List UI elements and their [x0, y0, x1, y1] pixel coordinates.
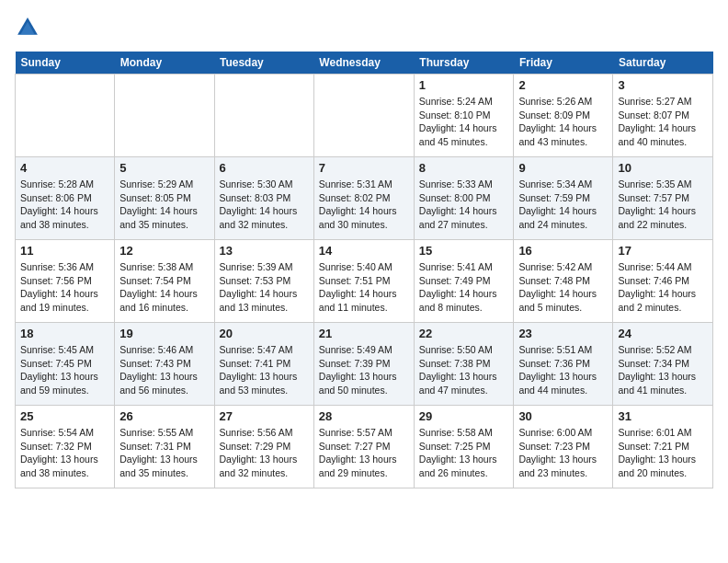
cell-content: Sunrise: 5:55 AM Sunset: 7:31 PM Dayligh…	[119, 426, 209, 480]
day-number: 29	[419, 409, 509, 423]
calendar-cell: 28Sunrise: 5:57 AM Sunset: 7:27 PM Dayli…	[313, 406, 414, 488]
calendar-cell	[313, 75, 414, 157]
header-day-monday: Monday	[115, 52, 214, 75]
calendar-cell: 11Sunrise: 5:36 AM Sunset: 7:56 PM Dayli…	[16, 240, 115, 323]
logo-icon	[15, 15, 40, 40]
cell-content: Sunrise: 5:40 AM Sunset: 7:51 PM Dayligh…	[319, 260, 409, 315]
calendar-cell: 7Sunrise: 5:31 AM Sunset: 8:02 PM Daylig…	[313, 157, 414, 240]
calendar-week-row: 1Sunrise: 5:24 AM Sunset: 8:10 PM Daylig…	[16, 75, 713, 157]
calendar-cell: 14Sunrise: 5:40 AM Sunset: 7:51 PM Dayli…	[313, 240, 414, 323]
header-day-saturday: Saturday	[613, 52, 713, 75]
cell-content: Sunrise: 5:52 AM Sunset: 7:34 PM Dayligh…	[618, 343, 708, 397]
day-number: 19	[119, 327, 209, 340]
calendar-cell	[16, 75, 115, 157]
day-number: 6	[220, 161, 309, 175]
header-day-friday: Friday	[514, 52, 613, 75]
day-number: 2	[518, 78, 608, 92]
calendar-cell: 19Sunrise: 5:46 AM Sunset: 7:43 PM Dayli…	[115, 323, 214, 406]
cell-content: Sunrise: 5:51 AM Sunset: 7:36 PM Dayligh…	[518, 343, 608, 397]
cell-content: Sunrise: 5:30 AM Sunset: 8:03 PM Dayligh…	[220, 178, 309, 232]
cell-content: Sunrise: 5:35 AM Sunset: 7:57 PM Dayligh…	[618, 178, 708, 232]
calendar-cell: 10Sunrise: 5:35 AM Sunset: 7:57 PM Dayli…	[613, 157, 713, 240]
header-day-thursday: Thursday	[414, 52, 514, 75]
cell-content: Sunrise: 5:50 AM Sunset: 7:38 PM Dayligh…	[419, 343, 509, 397]
cell-content: Sunrise: 5:28 AM Sunset: 8:06 PM Dayligh…	[20, 178, 109, 232]
day-number: 27	[220, 409, 309, 423]
header-day-sunday: Sunday	[16, 52, 115, 75]
cell-content: Sunrise: 5:41 AM Sunset: 7:49 PM Dayligh…	[419, 260, 509, 315]
calendar-cell: 21Sunrise: 5:49 AM Sunset: 7:39 PM Dayli…	[313, 323, 414, 406]
cell-content: Sunrise: 5:24 AM Sunset: 8:10 PM Dayligh…	[419, 95, 509, 149]
calendar-cell: 15Sunrise: 5:41 AM Sunset: 7:49 PM Dayli…	[414, 240, 514, 323]
cell-content: Sunrise: 5:58 AM Sunset: 7:25 PM Dayligh…	[419, 426, 509, 480]
day-number: 28	[319, 409, 409, 423]
calendar-cell	[115, 75, 214, 157]
cell-content: Sunrise: 5:31 AM Sunset: 8:02 PM Dayligh…	[319, 178, 409, 232]
calendar-cell: 2Sunrise: 5:26 AM Sunset: 8:09 PM Daylig…	[514, 75, 613, 157]
calendar-cell: 18Sunrise: 5:45 AM Sunset: 7:45 PM Dayli…	[16, 323, 115, 406]
day-number: 5	[119, 161, 209, 175]
calendar-cell: 13Sunrise: 5:39 AM Sunset: 7:53 PM Dayli…	[214, 240, 313, 323]
calendar-cell: 5Sunrise: 5:29 AM Sunset: 8:05 PM Daylig…	[115, 157, 214, 240]
cell-content: Sunrise: 5:27 AM Sunset: 8:07 PM Dayligh…	[618, 95, 708, 149]
calendar-cell: 22Sunrise: 5:50 AM Sunset: 7:38 PM Dayli…	[414, 323, 514, 406]
day-number: 3	[618, 78, 708, 92]
calendar-cell: 16Sunrise: 5:42 AM Sunset: 7:48 PM Dayli…	[514, 240, 613, 323]
header-day-wednesday: Wednesday	[313, 52, 414, 75]
cell-content: Sunrise: 5:38 AM Sunset: 7:54 PM Dayligh…	[119, 260, 209, 315]
calendar-cell: 12Sunrise: 5:38 AM Sunset: 7:54 PM Dayli…	[115, 240, 214, 323]
day-number: 12	[119, 244, 209, 258]
day-number: 20	[220, 327, 309, 340]
day-number: 16	[518, 244, 608, 258]
calendar-week-row: 11Sunrise: 5:36 AM Sunset: 7:56 PM Dayli…	[16, 240, 713, 323]
cell-content: Sunrise: 5:47 AM Sunset: 7:41 PM Dayligh…	[220, 343, 309, 397]
calendar-cell: 1Sunrise: 5:24 AM Sunset: 8:10 PM Daylig…	[414, 75, 514, 157]
calendar-cell: 29Sunrise: 5:58 AM Sunset: 7:25 PM Dayli…	[414, 406, 514, 488]
calendar-week-row: 18Sunrise: 5:45 AM Sunset: 7:45 PM Dayli…	[16, 323, 713, 406]
day-number: 9	[518, 161, 608, 175]
cell-content: Sunrise: 6:00 AM Sunset: 7:23 PM Dayligh…	[518, 426, 608, 480]
cell-content: Sunrise: 5:46 AM Sunset: 7:43 PM Dayligh…	[119, 343, 209, 397]
calendar-cell: 25Sunrise: 5:54 AM Sunset: 7:32 PM Dayli…	[16, 406, 115, 488]
calendar-cell: 24Sunrise: 5:52 AM Sunset: 7:34 PM Dayli…	[613, 323, 713, 406]
day-number: 15	[419, 244, 509, 258]
cell-content: Sunrise: 5:34 AM Sunset: 7:59 PM Dayligh…	[518, 178, 608, 232]
calendar-cell: 26Sunrise: 5:55 AM Sunset: 7:31 PM Dayli…	[115, 406, 214, 488]
day-number: 21	[319, 327, 409, 340]
cell-content: Sunrise: 5:56 AM Sunset: 7:29 PM Dayligh…	[220, 426, 309, 480]
day-number: 17	[618, 244, 708, 258]
cell-content: Sunrise: 6:01 AM Sunset: 7:21 PM Dayligh…	[618, 426, 708, 480]
day-number: 26	[119, 409, 209, 423]
day-number: 11	[20, 244, 109, 258]
day-number: 30	[518, 409, 608, 423]
logo	[15, 15, 44, 40]
calendar-cell: 27Sunrise: 5:56 AM Sunset: 7:29 PM Dayli…	[214, 406, 313, 488]
cell-content: Sunrise: 5:44 AM Sunset: 7:46 PM Dayligh…	[618, 260, 708, 315]
cell-content: Sunrise: 5:54 AM Sunset: 7:32 PM Dayligh…	[20, 426, 109, 480]
calendar-cell	[214, 75, 313, 157]
day-number: 23	[518, 327, 608, 340]
calendar-week-row: 4Sunrise: 5:28 AM Sunset: 8:06 PM Daylig…	[16, 157, 713, 240]
calendar-cell: 17Sunrise: 5:44 AM Sunset: 7:46 PM Dayli…	[613, 240, 713, 323]
calendar-table: SundayMondayTuesdayWednesdayThursdayFrid…	[15, 52, 713, 488]
cell-content: Sunrise: 5:49 AM Sunset: 7:39 PM Dayligh…	[319, 343, 409, 397]
cell-content: Sunrise: 5:57 AM Sunset: 7:27 PM Dayligh…	[319, 426, 409, 480]
calendar-cell: 9Sunrise: 5:34 AM Sunset: 7:59 PM Daylig…	[514, 157, 613, 240]
day-number: 22	[419, 327, 509, 340]
calendar-cell: 20Sunrise: 5:47 AM Sunset: 7:41 PM Dayli…	[214, 323, 313, 406]
day-number: 8	[419, 161, 509, 175]
header-day-tuesday: Tuesday	[214, 52, 313, 75]
calendar-cell: 3Sunrise: 5:27 AM Sunset: 8:07 PM Daylig…	[613, 75, 713, 157]
day-number: 31	[618, 409, 708, 423]
day-number: 4	[20, 161, 109, 175]
day-number: 25	[20, 409, 109, 423]
cell-content: Sunrise: 5:45 AM Sunset: 7:45 PM Dayligh…	[20, 343, 109, 397]
day-number: 7	[319, 161, 409, 175]
day-number: 13	[220, 244, 309, 258]
cell-content: Sunrise: 5:33 AM Sunset: 8:00 PM Dayligh…	[419, 178, 509, 232]
calendar-cell: 23Sunrise: 5:51 AM Sunset: 7:36 PM Dayli…	[514, 323, 613, 406]
day-number: 18	[20, 327, 109, 340]
calendar-cell: 4Sunrise: 5:28 AM Sunset: 8:06 PM Daylig…	[16, 157, 115, 240]
calendar-cell: 30Sunrise: 6:00 AM Sunset: 7:23 PM Dayli…	[514, 406, 613, 488]
calendar-week-row: 25Sunrise: 5:54 AM Sunset: 7:32 PM Dayli…	[16, 406, 713, 488]
